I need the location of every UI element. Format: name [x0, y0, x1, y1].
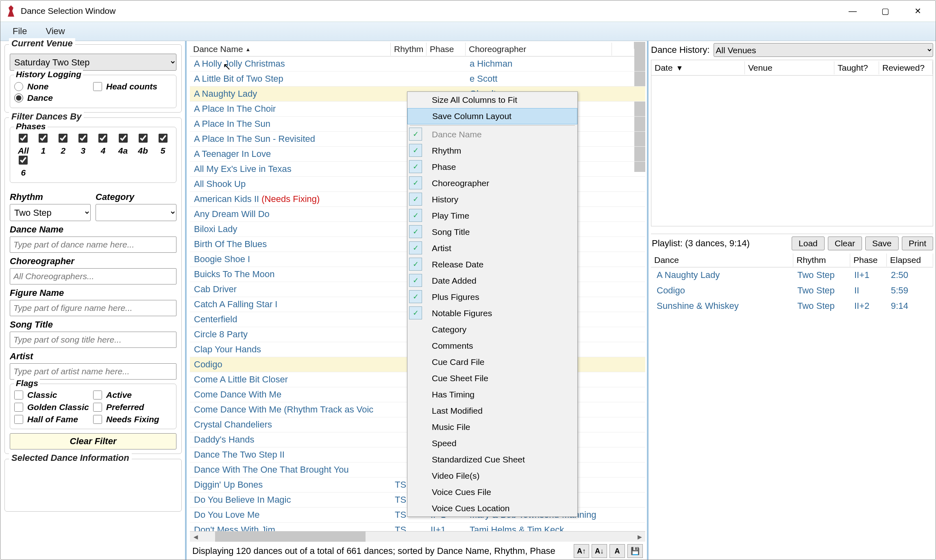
hist-col-venue[interactable]: Venue [745, 61, 834, 74]
cm-column-toggle[interactable]: ✓Release Date [407, 256, 577, 273]
col-choreo[interactable]: Choreographer [466, 43, 612, 56]
cm-save-layout[interactable]: Save Column Layout [407, 108, 577, 124]
flag-active[interactable] [93, 391, 102, 399]
flag-golden[interactable] [14, 403, 23, 412]
choreo-input[interactable] [10, 268, 176, 284]
cm-column-toggle[interactable]: ✓Rhythm [407, 143, 577, 159]
cell-dance-name: Boogie Shoe I [190, 253, 391, 265]
table-row[interactable]: A Little Bit of Two Stepe Scott [190, 72, 645, 87]
pl-col-elapsed[interactable]: Elapsed [887, 254, 933, 267]
clear-filter-button[interactable]: Clear Filter [10, 433, 176, 449]
cm-column-toggle[interactable]: ✓Phase [407, 159, 577, 175]
cm-column-toggle[interactable]: Cue Sheet File [407, 370, 577, 386]
phase-cb-4a[interactable] [119, 134, 128, 143]
cm-column-toggle[interactable]: ✓Song Title [407, 224, 577, 240]
checkbox-headcounts[interactable] [93, 82, 102, 91]
menu-view[interactable]: View [39, 24, 77, 39]
maximize-button[interactable]: ▢ [869, 1, 901, 21]
playlist-save-button[interactable]: Save [865, 237, 899, 250]
phase-label-4a: 4a [118, 146, 128, 156]
cm-column-toggle[interactable]: ✓History [407, 191, 577, 208]
playlist-row[interactable]: A Naughty LadyTwo StepII+12:50 [651, 267, 933, 283]
dance-name-input[interactable] [10, 237, 176, 253]
flag-fixing[interactable] [93, 415, 102, 424]
save-zoom-button[interactable]: 💾 [627, 544, 643, 558]
phase-cb-5[interactable] [159, 134, 168, 143]
vertical-scrollbar[interactable] [634, 42, 645, 49]
table-row[interactable]: A Holly Jolly Christmasa Hichman [190, 56, 645, 72]
selected-info-group: Selected Dance Information [4, 459, 182, 512]
playlist-clear-button[interactable]: Clear [828, 237, 862, 250]
choreo-label: Choreographer [10, 256, 176, 267]
phase-cb-3[interactable] [78, 134, 87, 143]
check-icon: ✓ [409, 176, 422, 189]
col-rhythm[interactable]: Rhythm [391, 43, 427, 56]
pl-cell-rhythm: Two Step [793, 284, 850, 297]
venue-select[interactable]: Saturday Two Step [10, 54, 176, 71]
zoom-in-button[interactable]: A↑ [574, 544, 589, 558]
cm-column-toggle[interactable]: ✓Artist [407, 240, 577, 256]
cm-column-toggle[interactable]: Cue Card File [407, 354, 577, 370]
playlist-load-button[interactable]: Load [792, 237, 825, 250]
label-headcounts: Head counts [106, 82, 157, 91]
hist-col-reviewed[interactable]: Reviewed? [879, 61, 933, 74]
phase-cb-4[interactable] [98, 134, 107, 143]
cm-column-toggle[interactable]: Category [407, 321, 577, 338]
cm-column-toggle[interactable]: ✓Notable Figures [407, 305, 577, 321]
phase-cb-4b[interactable] [139, 134, 148, 143]
col-phase[interactable]: Phase [427, 43, 466, 56]
filter-title: Filter Dances By [9, 111, 84, 122]
radio-none[interactable] [14, 82, 23, 91]
hist-col-date[interactable]: Date ▾ [651, 61, 745, 74]
hist-col-taught[interactable]: Taught? [834, 61, 879, 74]
pl-col-rhythm[interactable]: Rhythm [793, 254, 850, 267]
flag-hof[interactable] [14, 415, 23, 424]
cm-column-toggle[interactable]: Video File(s) [407, 468, 577, 484]
history-venue-select[interactable]: All Venues [714, 43, 933, 57]
cm-column-toggle[interactable]: ✓Choreographer [407, 175, 577, 191]
figure-input[interactable] [10, 300, 176, 316]
table-row[interactable]: Don't Mess With JimTSII+1Tami Helms & Ti… [190, 523, 645, 531]
right-panel: Dance History: All Venues Date ▾ Venue T… [649, 41, 936, 560]
cm-column-toggle[interactable]: Last Modified [407, 403, 577, 419]
flag-classic[interactable] [14, 391, 23, 399]
minimize-button[interactable]: — [836, 1, 869, 21]
zoom-out-button[interactable]: A↓ [592, 544, 607, 558]
col-dance-name[interactable]: Dance Name [190, 43, 391, 56]
flag-preferred[interactable] [93, 403, 102, 412]
cm-column-toggle[interactable]: ✓Play Time [407, 208, 577, 224]
radio-dance[interactable] [14, 93, 23, 102]
phase-cb-1[interactable] [39, 134, 48, 143]
cm-column-toggle[interactable]: Comments [407, 338, 577, 354]
cm-column-toggle[interactable]: ✓Plus Figures [407, 289, 577, 305]
cm-column-toggle[interactable]: Speed [407, 435, 577, 451]
cm-column-toggle[interactable]: Standardized Cue Sheet [407, 451, 577, 468]
playlist-row[interactable]: CodigoTwo StepII5:59 [651, 283, 933, 298]
cm-column-toggle[interactable]: Music File [407, 419, 577, 435]
pl-cell-rhythm: Two Step [793, 269, 850, 281]
artist-input[interactable] [10, 363, 176, 380]
pl-col-phase[interactable]: Phase [850, 254, 887, 267]
song-input[interactable] [10, 332, 176, 348]
cm-column-toggle[interactable]: Has Timing [407, 386, 577, 403]
menu-file[interactable]: File [6, 24, 39, 39]
close-button[interactable]: ✕ [901, 1, 934, 21]
cm-column-label: Rhythm [432, 146, 461, 156]
cm-column-toggle[interactable]: Voice Cues Location [407, 500, 577, 517]
check-icon: ✓ [409, 128, 422, 141]
phase-cb-2[interactable] [59, 134, 67, 143]
rhythm-select[interactable]: Two Step [10, 204, 91, 221]
cm-size-all[interactable]: Size All Columns to Fit [407, 92, 577, 108]
cm-column-toggle[interactable]: ✓Date Added [407, 273, 577, 289]
phases-group: Phases All12344a4b56 [10, 127, 176, 183]
zoom-reset-button[interactable]: A [609, 544, 625, 558]
horizontal-scrollbar[interactable]: ◀▶ [190, 531, 645, 542]
pl-col-dance[interactable]: Dance [651, 254, 793, 267]
playlist-row[interactable]: Sunshine & WhiskeyTwo StepII+29:14 [651, 298, 933, 314]
app-icon [6, 4, 16, 17]
cm-column-toggle[interactable]: Voice Cues File [407, 484, 577, 500]
phase-cb-All[interactable] [19, 134, 28, 143]
category-select[interactable] [96, 204, 176, 221]
playlist-print-button[interactable]: Print [902, 237, 933, 250]
phase-cb-6[interactable] [19, 156, 28, 165]
